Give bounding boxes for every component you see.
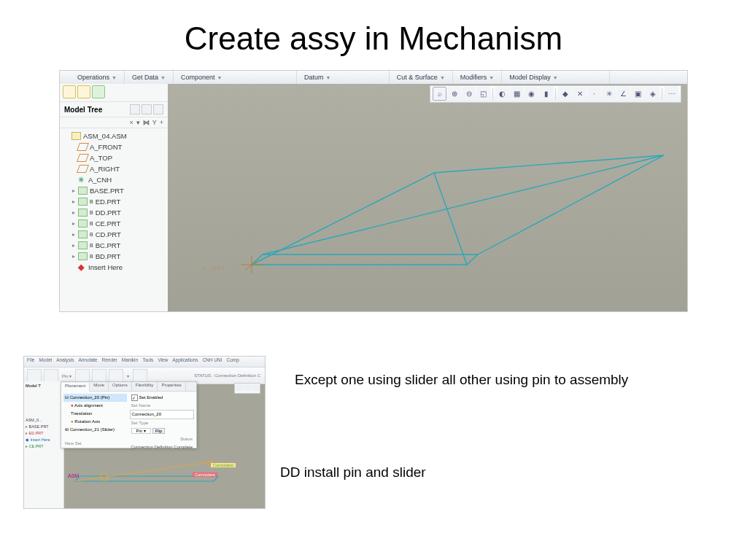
flip-button[interactable]: Flip [152,428,166,434]
panel-tabs: Placement Move Options Flexibility Prope… [61,382,196,392]
sm-model[interactable]: Model [39,357,52,366]
sm-cnh[interactable]: CNH UNI [202,357,222,366]
menu-get-data[interactable]: Get Data▼ [125,71,174,84]
zoom-window-icon[interactable]: ◱ [476,87,490,101]
ribbon-btn2[interactable] [44,369,58,382]
sv-more-icon[interactable] [252,384,259,391]
ribbon-btn5[interactable] [109,369,123,382]
axis-alignment[interactable]: ● Axis alignment [63,402,127,410]
folder3-icon[interactable] [92,85,105,98]
tree-datum-right[interactable]: A_RIGHT [62,163,166,174]
constraint-label-2: Coincident [193,472,217,477]
more-icon[interactable]: ⋯ [665,87,678,101]
origin-label: A_CNH [202,265,225,272]
display-icon[interactable]: ▣ [631,87,645,101]
save-view-icon[interactable]: ◉ [525,87,538,101]
menu-model-display[interactable]: Model Display▼ [502,71,610,84]
sm-file[interactable]: File [27,357,34,366]
sm-applications[interactable]: Applications [172,357,198,366]
set-enabled-check[interactable]: ✓Set Enabled [130,394,194,402]
sv-fit-icon[interactable] [244,384,251,391]
tab-move[interactable]: Move [90,382,109,391]
tree-part-cd[interactable]: ▸BCD.PRT [62,229,166,240]
tree-part-bd[interactable]: ▸BBD.PRT [62,251,166,262]
sv-zoom-icon[interactable] [236,384,243,391]
setname-input[interactable]: Connection_20 [130,410,194,419]
model-tree[interactable]: ASM_04.ASM A_FRONT A_TOP A_RIGHT ✳A_CNH … [60,128,168,275]
origin-text: ASM [68,473,79,478]
menu-component[interactable]: Component▼ [174,71,297,84]
sm-render[interactable]: Render [101,357,117,366]
tree-part-dd[interactable]: ▸BDD.PRT [62,207,166,218]
folder-icon[interactable] [63,85,76,98]
chart-icon[interactable]: ▮ [539,87,553,101]
setname-label: Set Name [130,402,194,410]
main-viewport[interactable]: ⌕ ⊕ ⊖ ◱ ◐ ▦ ◉ ▮ ◆ ✕ · ✳ ∠ ▣ ◈ ⋯ [168,84,687,311]
ribbon-btn6[interactable] [133,369,147,382]
status-text: STATUS : Connection Definition C [193,373,262,378]
tree-opt2-icon[interactable] [142,104,152,114]
tree-part-ed[interactable]: ▸BED.PRT [62,196,166,207]
secondary-view-toolbar [234,383,260,394]
sec-tree-ed[interactable]: ▸ ED.PRT [26,430,62,437]
sec-tree-root[interactable]: ASM_0... [26,417,62,424]
tree-part-ce[interactable]: ▸BCE.PRT [62,218,166,229]
tree-part-base[interactable]: ▸BASE.PRT [62,185,166,196]
style-icon[interactable]: ◈ [646,87,659,101]
tree-root[interactable]: ASM_04.ASM [62,131,166,141]
sec-tree-insert[interactable]: ◆ Insert Here [26,437,62,443]
sm-view[interactable]: View [158,357,168,366]
annot-icon[interactable]: ∠ [616,87,630,101]
tab-flexibility[interactable]: Flexibility [132,382,158,391]
menu-datum[interactable]: Datum▼ [297,71,390,84]
sm-tools[interactable]: Tools [142,357,153,366]
orient-icon[interactable]: ◐ [495,87,509,101]
point-icon[interactable]: · [587,87,601,101]
tree-datum-front[interactable]: A_FRONT [62,141,166,152]
zoom-in-icon[interactable]: ⊕ [447,87,461,101]
ribbon-btn3[interactable] [75,369,90,382]
cad-main-window: Operations▼ Get Data▼ Component▼ Datum▼ … [59,70,688,312]
sec-tree-ce[interactable]: ▸ CE.PRT [26,443,62,450]
panel-icon-row [60,84,168,102]
tree-filter-row: ×▾⋈Y+ [60,117,168,128]
sm-annotate[interactable]: Annotate [78,357,97,366]
translation[interactable]: Translation [63,410,127,418]
ribbon-btn4[interactable] [92,369,107,382]
sm-analysis[interactable]: Analysis [56,357,74,366]
conn-item-slider[interactable]: ⊞ Connection_21 (Slider) [63,426,127,434]
tree-part-bc[interactable]: ▸BBC.PRT [62,240,166,251]
settype-label: Set Type [130,419,194,427]
tree-opt1-icon[interactable] [130,104,140,114]
sm-manikin[interactable]: Manikin [122,357,138,366]
sec-tree-base[interactable]: ▸ BASE.PRT [26,424,62,430]
menu-operations[interactable]: Operations▼ [70,71,125,84]
csys-icon[interactable]: ✳ [602,87,616,101]
constraint-label-1: Coincident [211,463,236,467]
conn-item-pin[interactable]: ⊟ Connection_20 (Pin) [63,394,127,402]
viewport-toolbar: ⌕ ⊕ ⊖ ◱ ◐ ▦ ◉ ▮ ◆ ✕ · ✳ ∠ ▣ ◈ ⋯ [430,85,681,103]
settype-select[interactable]: Pin ▾ [131,428,151,434]
annotation-text-2: DD install pin and slider [280,464,426,481]
zoom-fit-icon[interactable]: ⌕ [433,87,446,101]
tree-csys[interactable]: ✳A_CNH [62,174,166,185]
tab-options[interactable]: Options [109,382,132,391]
ribbon-btn1[interactable] [27,369,42,382]
plane-icon[interactable]: ◆ [558,87,572,101]
tree-datum-top[interactable]: A_TOP [62,152,166,163]
tab-properties[interactable]: Properties [158,382,185,391]
secondary-tree-panel: Model T ASM_0... ▸ BASE.PRT ▸ ED.PRT ◆ I… [24,381,64,508]
sm-component[interactable]: Comp [227,357,239,366]
folder2-icon[interactable] [77,85,90,98]
tree-insert-here[interactable]: ◆Insert Here [62,262,166,273]
annotation-text-1: Except one using slider all other using … [295,372,628,388]
menu-modifiers[interactable]: Modifiers▼ [453,71,502,84]
settype-row: Pin ▾ Flip [130,427,194,435]
rotation-axis[interactable]: ● Rotation Axis [63,418,127,426]
axis-icon[interactable]: ✕ [573,87,587,101]
zoom-out-icon[interactable]: ⊖ [462,87,476,101]
tab-placement[interactable]: Placement [61,383,90,392]
menu-cut-surface[interactable]: Cut & Surface▼ [390,71,453,84]
tree-opt3-icon[interactable] [153,104,163,114]
views-icon[interactable]: ▦ [510,87,524,101]
